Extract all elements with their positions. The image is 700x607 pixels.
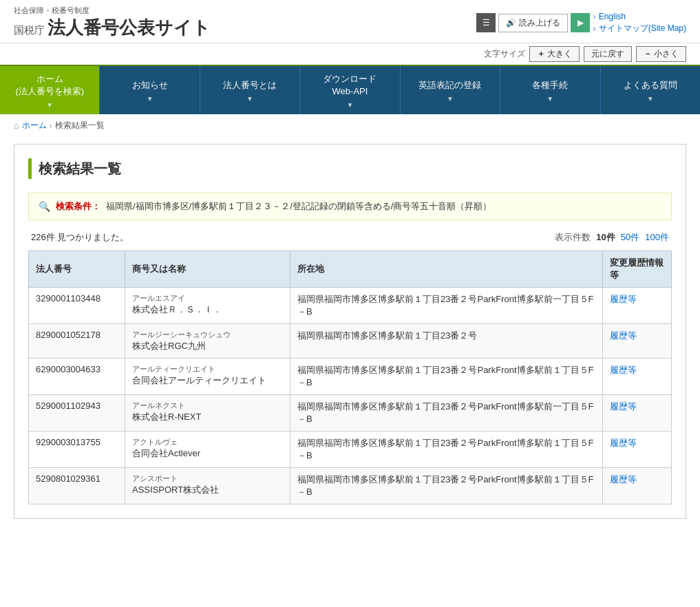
name-cell: アールジーシーキュウシュウ株式会社RGC九州 [125, 324, 290, 359]
header-right: ☰ 🔊 読み上げる ▶ English サイトマップ(Site Map) [476, 11, 686, 34]
name-cell: アールネクスト株式会社R-NEXT [125, 395, 290, 432]
nav-about-label: 法人番号とは [223, 79, 277, 92]
font-reset-label: 元に戻す [591, 48, 624, 60]
breadcrumb-home-link[interactable]: ホーム [22, 120, 47, 131]
name-cell: アシスポートASSISPORT株式会社 [125, 468, 290, 504]
company-name: 合同会社アールティークリエイト [132, 374, 283, 387]
header-org: 国税庁 [14, 24, 45, 36]
display-count-current: 10件 [596, 231, 615, 244]
name-cell: アールエスアイ株式会社Ｒ．Ｓ．Ｉ． [125, 288, 290, 324]
history-link[interactable]: 履歴等 [610, 294, 637, 304]
table-row: 8290001052178アールジーシーキュウシュウ株式会社RGC九州福岡県福岡… [29, 324, 672, 359]
display-count-label: 表示件数 [555, 231, 591, 244]
nav-procedures-label: 各種手続 [532, 79, 568, 92]
menu-button[interactable]: ☰ [476, 13, 496, 32]
col-header-history: 変更履歴情報等 [603, 251, 672, 288]
history-link[interactable]: 履歴等 [610, 365, 637, 375]
header-title-row: 国税庁 法人番号公表サイト [14, 16, 211, 40]
company-ruby: アールティークリエイト [132, 364, 283, 374]
font-small-button[interactable]: － 小さく [636, 46, 686, 62]
address-cell: 福岡県福岡市博多区博多駅前１丁目23番２号ParkFront博多駅前１丁目５F－… [290, 359, 603, 395]
play-button[interactable]: ▶ [571, 13, 590, 32]
name-cell: アールティークリエイト合同会社アールティークリエイト [125, 359, 290, 395]
nav-chevron-about: ▼ [246, 94, 253, 104]
history-cell: 履歴等 [603, 288, 672, 324]
corporate-num-cell: 6290003004633 [29, 359, 125, 395]
nav-chevron-english-reg: ▼ [447, 94, 454, 104]
history-link[interactable]: 履歴等 [610, 330, 637, 341]
font-large-button[interactable]: ＋ 大きく [529, 46, 580, 62]
breadcrumb-current: 検索結果一覧 [55, 120, 105, 131]
page-title: 検索結果一覧 [39, 160, 121, 178]
table-row: 5290801029361アシスポートASSISPORT株式会社福岡県福岡市博多… [29, 468, 672, 504]
history-cell: 履歴等 [603, 468, 672, 504]
history-cell: 履歴等 [603, 432, 672, 468]
font-large-label: 大きく [547, 48, 572, 60]
results-count-num: 226件 [31, 232, 55, 242]
history-link[interactable]: 履歴等 [610, 401, 637, 412]
title-accent [28, 158, 32, 179]
history-link[interactable]: 履歴等 [610, 474, 637, 484]
history-cell: 履歴等 [603, 395, 672, 432]
header-controls: ☰ 🔊 読み上げる ▶ English サイトマップ(Site Map) [476, 11, 686, 34]
results-count-suffix: 見つかりました。 [57, 232, 129, 242]
sitemap-link[interactable]: サイトマップ(Site Map) [599, 23, 686, 34]
col-header-corporate-num: 法人番号 [29, 251, 125, 288]
corporate-num-cell: 3290001103448 [29, 288, 125, 324]
table-row: 6290003004633アールティークリエイト合同会社アールティークリエイト福… [29, 359, 672, 395]
table-row: 5290001102943アールネクスト株式会社R-NEXT福岡県福岡市博多区博… [29, 395, 672, 432]
nav-item-download[interactable]: ダウンロード Web-API ▼ [300, 66, 400, 114]
nav-item-procedures[interactable]: 各種手続 ▼ [500, 66, 600, 114]
company-name: ASSISPORT株式会社 [132, 484, 283, 496]
nav-news-label: お知らせ [132, 79, 168, 92]
results-table: 法人番号 商号又は名称 所在地 変更履歴情報等 3290001103448アール… [28, 251, 672, 504]
play-icon: ▶ [577, 18, 584, 28]
nav-download-label: ダウンロード Web-API [323, 73, 376, 98]
search-condition: 🔍 検索条件： 福岡県/福岡市博多区/博多駅前１丁目２３－２/登記記録の閉鎖等含… [28, 193, 672, 220]
font-size-bar: 文字サイズ ＋ 大きく 元に戻す － 小さく [0, 43, 700, 66]
company-ruby: アクトルヴェ [132, 437, 283, 447]
nav-home-label: ホーム (法人番号を検索) [15, 73, 84, 98]
address-cell: 福岡県福岡市博多区博多駅前１丁目23番２号ParkFront博多駅前一丁目５F－… [290, 395, 603, 432]
history-link[interactable]: 履歴等 [610, 438, 637, 448]
address-cell: 福岡県福岡市博多区博多駅前１丁目23番２号ParkFront博多駅前一丁目５F－… [290, 288, 603, 324]
nav-item-about[interactable]: 法人番号とは ▼ [200, 66, 300, 114]
company-name: 合同会社Actlever [132, 447, 283, 460]
nav-chevron-download: ▼ [347, 100, 354, 110]
table-row: 3290001103448アールエスアイ株式会社Ｒ．Ｓ．Ｉ．福岡県福岡市博多区博… [29, 288, 672, 324]
read-aloud-button[interactable]: 🔊 読み上げる [498, 14, 568, 32]
table-row: 9290003013755アクトルヴェ合同会社Actlever福岡県福岡市博多区… [29, 432, 672, 468]
nav-chevron-procedures: ▼ [547, 94, 553, 104]
display-100-link[interactable]: 100件 [645, 231, 669, 244]
main-nav: ホーム (法人番号を検索) ▼ お知らせ ▼ 法人番号とは ▼ ダウンロード W… [0, 66, 700, 114]
font-small-label: 小さく [654, 48, 679, 60]
english-link-row: English [593, 11, 626, 21]
nav-item-faq[interactable]: よくある質問 ▼ [601, 66, 700, 114]
company-name: 株式会社R-NEXT [132, 411, 283, 423]
english-link[interactable]: English [599, 12, 626, 21]
header-title: 法人番号公表サイト [47, 17, 211, 38]
company-name: 株式会社RGC九州 [132, 340, 283, 352]
nav-item-english-reg[interactable]: 英語表記の登録 ▼ [401, 66, 500, 114]
page-title-bar: 検索結果一覧 [28, 158, 672, 179]
corporate-num-cell: 8290001052178 [29, 324, 125, 359]
display-50-link[interactable]: 50件 [621, 231, 639, 244]
company-ruby: アシスポート [132, 473, 283, 484]
plus-icon: ＋ [537, 48, 545, 60]
nav-item-news[interactable]: お知らせ ▼ [100, 66, 200, 114]
nav-item-home[interactable]: ホーム (法人番号を検索) ▼ [0, 66, 100, 114]
search-icon: 🔍 [39, 201, 50, 212]
lang-links: English サイトマップ(Site Map) [593, 11, 686, 34]
font-reset-button[interactable]: 元に戻す [584, 46, 632, 62]
address-cell: 福岡県福岡市博多区博多駅前１丁目23番２号ParkFront博多駅前１丁目５F－… [290, 432, 603, 468]
read-aloud-label: 読み上げる [519, 17, 560, 29]
nav-chevron-home: ▼ [46, 100, 53, 110]
logo-area: 社会保障・税番号制度 国税庁 法人番号公表サイト [14, 6, 211, 40]
speaker-icon: 🔊 [506, 18, 516, 28]
sitemap-link-row: サイトマップ(Site Map) [593, 23, 686, 34]
home-icon: ⌂ [14, 120, 19, 131]
col-header-name: 商号又は名称 [125, 251, 290, 288]
corporate-num-cell: 9290003013755 [29, 432, 125, 468]
company-name: 株式会社Ｒ．Ｓ．Ｉ． [132, 304, 283, 316]
breadcrumb-separator: › [50, 121, 52, 131]
